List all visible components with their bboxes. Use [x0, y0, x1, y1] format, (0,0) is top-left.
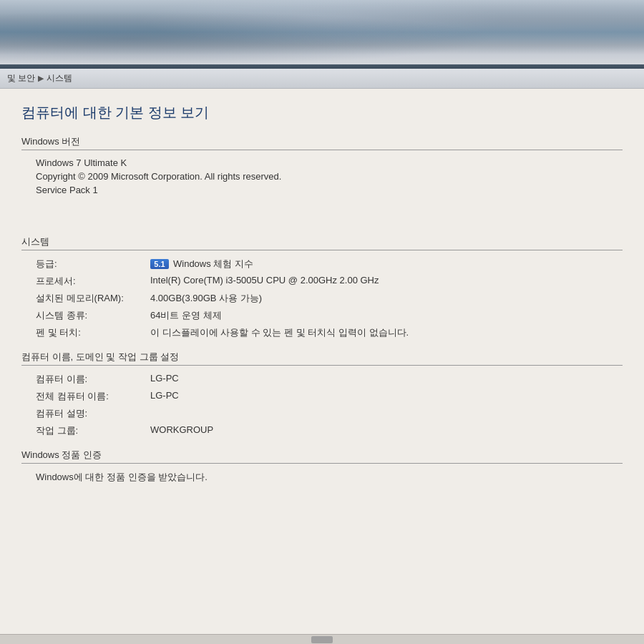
scrollbar[interactable] — [0, 634, 644, 644]
system-header: 시스템 — [21, 235, 623, 250]
full-name-label: 전체 컴퓨터 이름: — [36, 390, 150, 403]
ram-value: 4.00GB(3.90GB 사용 가능) — [150, 292, 262, 305]
windows-version-section: Windows 버전 Windows 7 Ultimate K Copyrigh… — [21, 135, 623, 195]
computer-name-header: 컴퓨터 이름, 도메인 및 작업 그룹 설정 — [21, 351, 623, 366]
breadcrumb-arrow: ▶ — [38, 74, 44, 83]
os-name: Windows 7 Ultimate K — [21, 157, 623, 168]
workgroup-label: 작업 그룹: — [36, 424, 150, 437]
scrollbar-thumb[interactable] — [311, 636, 333, 643]
breadcrumb-part2: 시스템 — [47, 72, 72, 84]
activation-text: Windows에 대한 정품 인증을 받았습니다. — [21, 471, 623, 484]
system-row-type: 시스템 종류: 64비트 운영 체제 — [21, 309, 623, 322]
system-section: 시스템 등급: 5.1 Windows 체험 지수 프로세서: Intel(R)… — [21, 235, 623, 339]
system-row-ram: 설치된 메모리(RAM): 4.00GB(3.90GB 사용 가능) — [21, 292, 623, 305]
computer-name-section: 컴퓨터 이름, 도메인 및 작업 그룹 설정 컴퓨터 이름: LG-PC 전체 … — [21, 351, 623, 437]
rating-label: 등급: — [36, 258, 150, 270]
copyright-text: Copyright © 2009 Microsoft Corporation. … — [21, 171, 623, 182]
full-name-value: LG-PC — [150, 390, 179, 401]
system-row-pen: 펜 및 터치: 이 디스플레이에 사용할 수 있는 펜 및 터치식 입력이 없습… — [21, 326, 623, 339]
wallpaper — [0, 0, 644, 64]
computer-name-value: LG-PC — [150, 373, 179, 384]
pen-label: 펜 및 터치: — [36, 326, 150, 339]
page-title: 컴퓨터에 대한 기본 정보 보기 — [21, 103, 623, 122]
computer-row-desc: 컴퓨터 설명: — [21, 407, 623, 420]
spacer1 — [21, 207, 623, 221]
computer-name-label: 컴퓨터 이름: — [36, 373, 150, 386]
breadcrumb-part1: 및 보안 — [7, 72, 35, 84]
computer-row-name: 컴퓨터 이름: LG-PC — [21, 373, 623, 386]
computer-row-workgroup: 작업 그룹: WORKGROUP — [21, 424, 623, 437]
spacer2 — [21, 221, 623, 235]
computer-row-fullname: 전체 컴퓨터 이름: LG-PC — [21, 390, 623, 403]
service-pack: Service Pack 1 — [21, 185, 623, 195]
windows-version-header: Windows 버전 — [21, 135, 623, 150]
windows-score-badge[interactable]: 5.1 Windows 체험 지수 — [150, 258, 253, 270]
processor-value: Intel(R) Core(TM) i3-5005U CPU @ 2.00GHz… — [150, 275, 379, 286]
system-type-label: 시스템 종류: — [36, 309, 150, 322]
activation-header: Windows 정품 인증 — [21, 449, 623, 464]
workgroup-value: WORKGROUP — [150, 424, 213, 435]
system-type-value: 64비트 운영 체제 — [150, 309, 222, 322]
main-content: 컴퓨터에 대한 기본 정보 보기 Windows 버전 Windows 7 Ul… — [0, 89, 644, 644]
system-row-processor: 프로세서: Intel(R) Core(TM) i3-5005U CPU @ 2… — [21, 275, 623, 288]
score-text: Windows 체험 지수 — [173, 258, 253, 270]
system-row-rating: 등급: 5.1 Windows 체험 지수 — [21, 258, 623, 270]
pen-value: 이 디스플레이에 사용할 수 있는 펜 및 터치식 입력이 없습니다. — [150, 326, 409, 339]
breadcrumb-bar: 및 보안 ▶ 시스템 — [0, 69, 644, 89]
activation-section: Windows 정품 인증 Windows에 대한 정품 인증을 받았습니다. — [21, 449, 623, 484]
desc-label: 컴퓨터 설명: — [36, 407, 150, 420]
score-value: 5.1 — [150, 259, 169, 269]
content-wrapper: 컴퓨터에 대한 기본 정보 보기 Windows 버전 Windows 7 Ul… — [0, 89, 644, 644]
ram-label: 설치된 메모리(RAM): — [36, 292, 150, 305]
processor-label: 프로세서: — [36, 275, 150, 288]
